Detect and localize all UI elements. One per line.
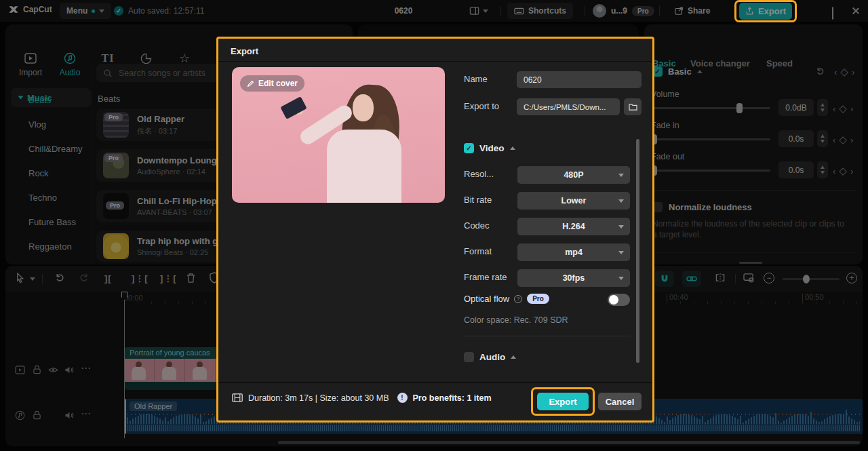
chevron-down-icon <box>618 277 624 280</box>
help-icon[interactable]: ? <box>514 295 522 303</box>
framerate-value: 30fps <box>563 273 585 283</box>
resolution-value: 480P <box>564 170 583 180</box>
resolution-label: Resol... <box>464 169 494 179</box>
chevron-down-icon <box>618 174 624 177</box>
audio-checkbox[interactable] <box>464 352 474 362</box>
chevron-down-icon <box>618 251 624 254</box>
bitrate-dropdown[interactable]: Lower <box>517 192 630 210</box>
optical-flow-label: Optical flow <box>464 294 509 304</box>
film-icon <box>232 393 243 402</box>
name-label: Name <box>464 74 488 84</box>
format-dropdown[interactable]: mp4 <box>517 243 630 261</box>
edit-cover-button[interactable]: Edit cover <box>240 75 304 92</box>
duration-size-text: Duration: 3m 17s | Size: about 30 MB <box>248 393 389 403</box>
dialog-title: Export <box>231 46 258 56</box>
resolution-dropdown[interactable]: 480P <box>517 166 630 184</box>
format-value: mp4 <box>565 248 583 257</box>
video-section-header: ✓ Video <box>464 143 515 153</box>
pencil-icon <box>247 80 254 87</box>
cancel-button[interactable]: Cancel <box>598 393 642 410</box>
pro-benefits-text: Pro benefits: 1 item <box>413 393 492 403</box>
cover-girl-face <box>353 94 374 121</box>
edit-cover-label: Edit cover <box>258 79 298 88</box>
chevron-down-icon <box>618 199 624 203</box>
optical-flow-row: Optical flow ? Pro <box>464 294 549 304</box>
framerate-dropdown[interactable]: 30fps <box>517 269 630 287</box>
capcut-app: CapCut Menu ✓ Auto saved: 12:57:11 0620 … <box>0 0 868 451</box>
export-summary: Duration: 3m 17s | Size: about 30 MB ! P… <box>232 393 492 403</box>
video-section-label: Video <box>479 143 505 153</box>
dialog-scrollbar[interactable] <box>636 139 639 363</box>
divider <box>218 61 652 62</box>
cover-girl-sweater <box>327 130 401 203</box>
export-confirm-button[interactable]: Export <box>537 393 589 410</box>
format-label: Format <box>464 246 492 256</box>
collapse-caret-icon[interactable] <box>511 355 516 359</box>
export-to-input[interactable] <box>517 98 620 115</box>
toggle-knob <box>609 295 618 305</box>
export-dialog: Export Edit cover Name Export to <box>216 37 654 423</box>
pro-info-icon: ! <box>397 393 408 403</box>
chevron-down-icon <box>618 225 624 229</box>
framerate-label: Frame rate <box>464 272 507 282</box>
browse-folder-button[interactable] <box>624 98 642 115</box>
pro-badge: Pro <box>527 294 549 304</box>
audio-section-label: Audio <box>479 352 505 362</box>
cover-preview: Edit cover <box>232 67 445 203</box>
divider <box>464 336 631 336</box>
cover-girl-phone <box>280 96 307 119</box>
name-input[interactable] <box>517 71 642 88</box>
video-checkbox[interactable]: ✓ <box>464 143 474 153</box>
optical-flow-toggle[interactable] <box>608 294 630 306</box>
codec-dropdown[interactable]: H.264 <box>517 218 630 235</box>
codec-label: Codec <box>464 220 490 231</box>
export-to-label: Export to <box>464 101 499 111</box>
collapse-caret-icon[interactable] <box>510 146 515 150</box>
color-space-text: Color space: Rec. 709 SDR <box>464 315 568 325</box>
bitrate-label: Bit rate <box>464 195 492 205</box>
divider <box>218 382 652 383</box>
codec-value: H.264 <box>562 222 585 231</box>
bitrate-value: Lower <box>561 196 587 205</box>
audio-section-header: Audio <box>464 352 516 362</box>
